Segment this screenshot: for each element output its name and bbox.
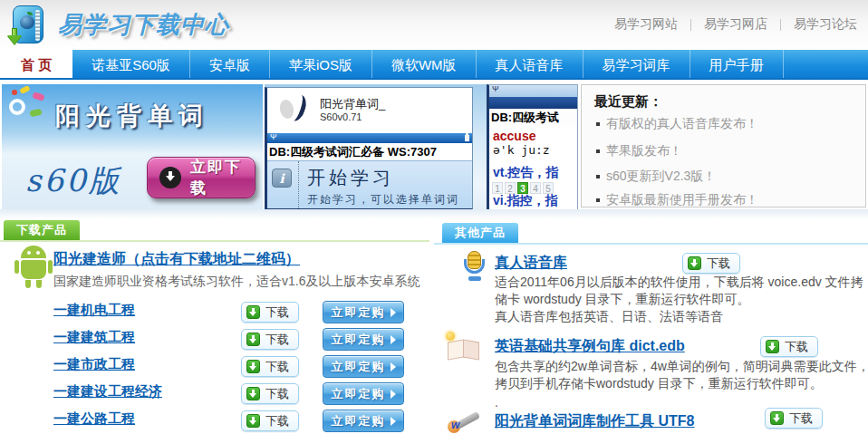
divider xyxy=(0,209,868,219)
download-button[interactable]: 下载 xyxy=(760,336,818,357)
download-button[interactable]: 下载 xyxy=(241,383,299,404)
banner-download-button[interactable]: 立即下载 xyxy=(147,157,256,198)
update-item[interactable]: 苹果版发布！ xyxy=(596,143,682,159)
product-desc-line: 真人语音库包括英语、日语、法语等语音 xyxy=(495,309,723,325)
chevron-right-icon xyxy=(391,362,396,371)
word-meaning-vt: vt.控告，指 xyxy=(493,165,577,181)
bullet-icon xyxy=(596,175,600,178)
section-header-downloads: 下载产品 xyxy=(4,220,80,240)
bullet-icon xyxy=(596,198,600,202)
nav-tab-android[interactable]: 安卓版 xyxy=(190,50,270,78)
nav-tab-manual[interactable]: 用户手册 xyxy=(690,50,784,78)
download-arrow-icon xyxy=(7,28,22,46)
app-menu: 开始学习 开始学习，可以选择单词词 xyxy=(267,160,472,208)
order-now-button[interactable]: 立即定购 xyxy=(323,410,404,432)
leaf-icon xyxy=(27,12,33,15)
product-link-sentence-lib[interactable]: 英语基础共享例句库 dict.edb xyxy=(495,337,685,356)
db-bar: DB:四级考试词汇必备 WS:7307 xyxy=(267,143,472,160)
antenna-icon xyxy=(270,132,277,142)
page-header: 易学习下载中心 易学习网站 易学习网店 易学习论坛 xyxy=(0,0,868,50)
section-header-others: 其他产品 xyxy=(442,223,518,243)
download-button[interactable]: 下载 xyxy=(241,302,299,323)
bullet-icon xyxy=(596,122,600,126)
link-website[interactable]: 易学习网站 xyxy=(614,16,678,33)
menu-item-hint: 开始学习，可以选择单词词 xyxy=(307,192,459,207)
order-now-button[interactable]: 立即定购 xyxy=(323,301,404,323)
download-button[interactable]: 下载 xyxy=(241,329,299,350)
db-bar: DB:四级考试 xyxy=(489,109,577,127)
product-desc-line: 拷贝到手机存储卡wordstudy 目录下，重新运行软件即可。 xyxy=(495,376,823,392)
download-button[interactable]: 下载 xyxy=(682,253,740,274)
product-link-builder[interactable]: 阳光建造师（点击有下载地址二维码） xyxy=(53,250,300,269)
divider xyxy=(0,240,429,242)
row-link-municipal[interactable]: 一建市政工程 xyxy=(53,356,135,373)
word-entry: accuse xyxy=(493,130,577,143)
word-phonetic: ə'k ju:z xyxy=(493,143,577,157)
nav-tab-nokia-s60[interactable]: 诺基亚S60版 xyxy=(72,50,190,78)
download-arrow-icon xyxy=(688,256,701,270)
order-now-button[interactable]: 立即定购 xyxy=(323,382,404,405)
banner-title: 阳光背单词 xyxy=(2,100,263,132)
download-arrow-icon xyxy=(246,305,260,319)
update-text: 安卓版最新使用手册发布！ xyxy=(606,192,758,208)
update-text: s60更新到V2.3版！ xyxy=(606,169,716,185)
order-label: 立即定购 xyxy=(332,413,386,429)
order-label: 立即定购 xyxy=(332,359,386,375)
row-link-highway[interactable]: 一建公路工程 xyxy=(53,410,135,428)
link-forum[interactable]: 易学习论坛 xyxy=(794,16,857,33)
download-button[interactable]: 下载 xyxy=(765,408,823,429)
download-button[interactable]: 下载 xyxy=(241,356,299,377)
microphone-icon xyxy=(458,251,491,282)
promo-banner: 阳光背单词 s60版 立即下载 xyxy=(2,84,263,210)
zipper-icon xyxy=(35,10,40,41)
download-label: 下载 xyxy=(265,386,289,402)
phone-screenshot-2: DB:四级考试 accuse ə'k ju:z vt.控告，指 1 2 3 4 … xyxy=(487,84,578,210)
download-arrow-icon xyxy=(246,333,260,346)
link-store[interactable]: 易学习网店 xyxy=(704,16,767,33)
app-version: S60v0.71 xyxy=(320,111,385,124)
product-desc-line: 适合2011年06月以后版本的软件使用，下载后将 voice.edv 文件拷 xyxy=(495,275,863,291)
product-desc-line: 包含共享的约2w单词音标，4w单词的例句，简明词典需要此文件，下 xyxy=(495,359,868,375)
banner-edition: s60版 xyxy=(25,160,122,202)
banner-download-label: 立即下载 xyxy=(190,157,255,198)
chevron-right-icon xyxy=(391,308,396,317)
download-arrow-icon xyxy=(246,387,260,400)
download-arrow-icon xyxy=(770,411,784,425)
info-icon xyxy=(272,169,292,188)
status-bar xyxy=(489,85,577,97)
update-item[interactable]: 有版权的真人语音库发布！ xyxy=(596,116,758,132)
update-item[interactable]: 安卓版最新使用手册发布！ xyxy=(596,192,758,208)
order-now-button[interactable]: 立即定购 xyxy=(323,328,404,351)
site-title: 易学习下载中心 xyxy=(58,9,229,41)
download-button[interactable]: 下载 xyxy=(241,410,299,431)
row-link-mechanical[interactable]: 一建机电工程 xyxy=(53,302,135,319)
product-desc-line: . xyxy=(495,395,498,410)
divider xyxy=(780,19,781,31)
nav-tab-dict-lib[interactable]: 易学习词库 xyxy=(583,50,690,78)
phone-screenshot-1: 阳光背单词_ S60v0.71 DB:四级考试词汇必备 WS:7307 开始学习… xyxy=(265,87,473,210)
main-nav: 首 页 诺基亚S60版 安卓版 苹果iOS版 微软WM版 真人语音库 易学习词库… xyxy=(0,50,868,80)
nav-tab-voice-lib[interactable]: 真人语音库 xyxy=(477,50,583,78)
download-label: 下载 xyxy=(265,359,289,375)
nav-tab-wm[interactable]: 微软WM版 xyxy=(372,50,477,78)
nav-tab-ios[interactable]: 苹果iOS版 xyxy=(270,50,372,78)
product-link-voice-lib[interactable]: 真人语音库 xyxy=(495,254,567,273)
row-link-economy[interactable]: 一建建设工程经济 xyxy=(53,383,162,400)
download-label: 下载 xyxy=(265,413,289,429)
chevron-right-icon xyxy=(391,335,396,344)
menu-item-label: 开始学习 xyxy=(307,166,394,190)
divider xyxy=(434,243,868,245)
nav-tab-home[interactable]: 首 页 xyxy=(0,50,72,78)
update-item[interactable]: s60更新到V2.3版！ xyxy=(596,169,716,185)
download-arrow-icon xyxy=(246,360,260,373)
row-link-architecture[interactable]: 一建建筑工程 xyxy=(53,329,135,346)
download-circle-icon xyxy=(159,167,181,188)
apple-icon xyxy=(20,15,34,29)
backpack-download-icon xyxy=(7,4,49,46)
product-link-dict-tool[interactable]: 阳光背单词词库制作工具 UTF8 xyxy=(495,412,694,431)
app-logo-icon xyxy=(276,92,313,129)
product-desc-line: 储卡 wordstudy 目录下，重新运行软件即可。 xyxy=(495,292,750,308)
word-meaning-vi: vi.指控，指 xyxy=(493,193,577,209)
site-logo[interactable]: 易学习下载中心 xyxy=(7,4,229,46)
order-now-button[interactable]: 立即定购 xyxy=(323,355,404,378)
